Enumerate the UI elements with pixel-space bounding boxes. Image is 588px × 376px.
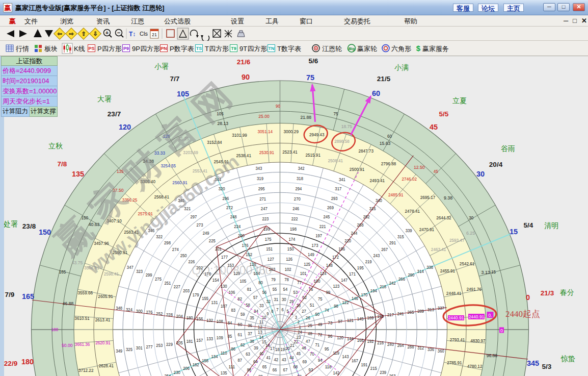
svg-text:223: 223	[262, 216, 269, 221]
svg-text:203: 203	[183, 288, 190, 293]
svg-text:179: 179	[193, 292, 199, 297]
svg-text:193: 193	[377, 313, 384, 319]
svg-text:2440.91: 2440.91	[469, 314, 485, 319]
svg-text:24: 24	[298, 330, 302, 335]
svg-text:51: 51	[310, 302, 314, 308]
svg-text:小满: 小满	[394, 63, 409, 71]
svg-text:2593.47: 2593.47	[449, 237, 465, 243]
svg-text:275: 275	[155, 276, 162, 282]
svg-text:106: 106	[228, 289, 235, 295]
svg-text:12: 12	[258, 324, 262, 330]
svg-text:180: 180	[186, 315, 193, 320]
svg-text:42: 42	[274, 357, 278, 362]
svg-text:90: 90	[242, 73, 250, 81]
svg-text:86: 86	[231, 346, 236, 352]
svg-text:200: 200	[238, 233, 245, 238]
svg-text:T↕: T↕	[129, 31, 136, 38]
svg-text:20: 20	[285, 346, 290, 351]
svg-text:191: 191	[361, 362, 367, 367]
svg-text:180: 180	[51, 327, 59, 332]
svg-text:⇦: ⇦	[57, 31, 62, 37]
svg-text:101: 101	[300, 270, 307, 276]
svg-text:QQ:100800360: QQ:100800360	[192, 264, 272, 277]
svg-text:289: 289	[417, 308, 424, 314]
svg-text:227: 227	[174, 284, 180, 289]
svg-text:2440起点: 2440起点	[505, 309, 540, 319]
svg-text:60: 60	[238, 321, 243, 327]
svg-text:2847.73: 2847.73	[358, 148, 373, 154]
svg-text:109: 109	[217, 335, 223, 340]
svg-text:76: 76	[309, 286, 313, 292]
svg-text:120: 120	[119, 123, 131, 131]
svg-text:147: 147	[341, 277, 348, 283]
svg-text:3: 3	[295, 315, 297, 320]
svg-text:28: 28	[296, 303, 301, 308]
svg-text:75: 75	[318, 296, 323, 302]
svg-text:105: 105	[177, 90, 189, 98]
svg-text:惊蛰: 惊蛰	[560, 355, 575, 363]
svg-text:8: 8	[271, 309, 273, 314]
svg-text:32: 32	[266, 299, 271, 304]
svg-text:立秋: 立秋	[48, 142, 63, 150]
svg-text:2455.91: 2455.91	[440, 268, 456, 273]
svg-text:2746.02: 2746.02	[402, 176, 417, 182]
svg-text:75: 75	[306, 73, 314, 82]
svg-text:201: 201	[215, 246, 222, 252]
svg-text:119: 119	[333, 350, 339, 356]
svg-text:222: 222	[291, 216, 298, 221]
svg-text:61: 61	[238, 332, 243, 337]
svg-text:102: 102	[285, 266, 291, 272]
svg-text:95: 95	[325, 346, 329, 352]
svg-text:176: 176	[242, 242, 249, 248]
svg-text:341: 341	[339, 177, 345, 182]
svg-text:6.25: 6.25	[466, 230, 475, 236]
svg-text:30: 30	[476, 170, 485, 178]
svg-text:295: 295	[258, 186, 265, 191]
svg-text:132: 132	[206, 317, 213, 323]
svg-text:2613.41: 2613.41	[95, 317, 111, 322]
svg-text:11: 11	[259, 319, 264, 324]
svg-text:2440.91: 2440.91	[448, 315, 464, 320]
svg-text:360: 360	[438, 348, 444, 354]
svg-text:2949.43: 2949.43	[309, 132, 325, 137]
svg-text:339: 339	[406, 228, 412, 233]
svg-text:123: 123	[333, 283, 339, 289]
svg-text:2620.91: 2620.91	[95, 340, 111, 345]
svg-text:36: 36	[248, 323, 252, 328]
svg-text:60: 60	[372, 89, 380, 97]
svg-text:72: 72	[318, 332, 323, 337]
svg-text:57: 57	[253, 294, 258, 300]
svg-text:2644.32: 2644.32	[436, 215, 451, 220]
svg-text:60: 60	[387, 133, 392, 139]
svg-text:324: 324	[126, 307, 132, 312]
svg-text:45: 45	[296, 351, 301, 356]
svg-text:23/8: 23/8	[22, 222, 36, 230]
svg-text:33: 33	[259, 303, 264, 308]
svg-text:64: 64	[253, 359, 258, 364]
svg-text:41: 41	[266, 355, 271, 360]
svg-text:98: 98	[334, 303, 338, 309]
svg-text:39: 39	[254, 345, 258, 350]
svg-text:2491.76: 2491.76	[467, 286, 482, 292]
svg-text:126: 126	[286, 256, 292, 262]
svg-text:2: 2	[298, 319, 300, 324]
svg-text:33.33: 33.33	[154, 150, 166, 156]
svg-text:73: 73	[328, 320, 333, 325]
svg-text:54: 54	[283, 286, 288, 292]
svg-text:293: 293	[331, 195, 338, 201]
svg-text:268: 268	[357, 222, 364, 228]
svg-text:5: 5	[286, 309, 288, 314]
svg-text:21/3: 21/3	[541, 289, 554, 297]
svg-text:15: 15	[491, 269, 496, 274]
svg-text:249: 249	[203, 230, 209, 236]
svg-text:206: 206	[183, 365, 190, 371]
svg-text:230: 230	[174, 369, 180, 375]
svg-text:270: 270	[294, 196, 301, 202]
svg-text:立夏: 立夏	[452, 96, 467, 105]
svg-text:157: 157	[196, 337, 203, 343]
svg-text:254: 254	[164, 373, 171, 376]
svg-text:$: $	[416, 44, 421, 53]
svg-text:45: 45	[434, 168, 438, 174]
svg-text:3559.66: 3559.66	[78, 290, 93, 295]
svg-text:62: 62	[240, 342, 245, 347]
